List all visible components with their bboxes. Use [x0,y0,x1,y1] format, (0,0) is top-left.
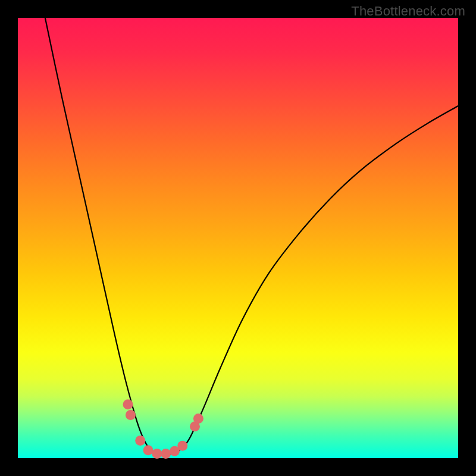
bottleneck-curve [45,18,458,455]
marker-dot [126,410,136,420]
watermark-text: TheBottleneck.com [351,4,465,19]
marker-dot [152,449,162,459]
marker-group [123,399,203,459]
marker-dot [177,441,187,451]
plot-area [18,18,458,458]
curve-layer [18,18,458,458]
marker-dot [161,449,171,459]
chart-frame: TheBottleneck.com [0,0,476,476]
marker-dot [123,399,133,409]
marker-dot [193,414,203,424]
marker-dot [143,445,154,455]
marker-dot [135,436,145,446]
